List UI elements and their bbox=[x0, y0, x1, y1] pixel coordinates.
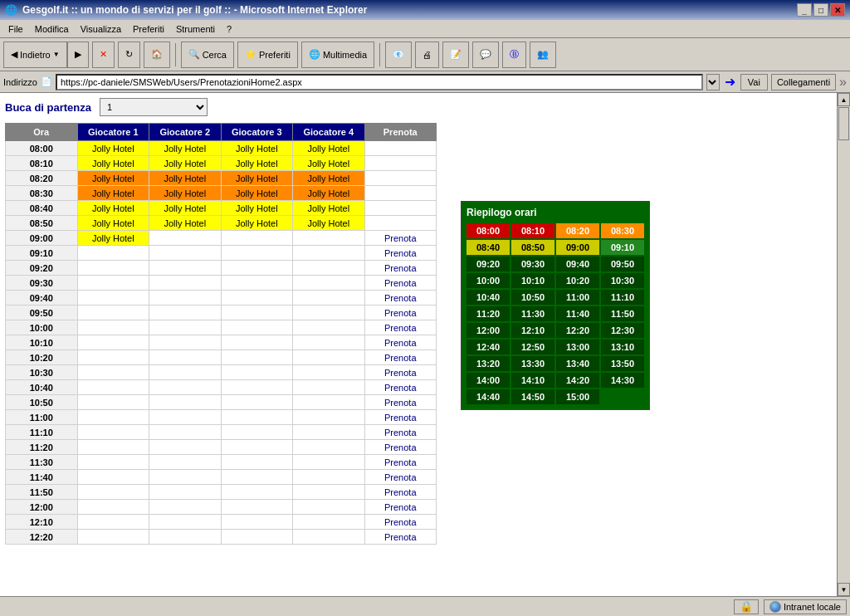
cell-player bbox=[293, 455, 365, 470]
ie-logo bbox=[769, 601, 781, 613]
cell-player bbox=[77, 276, 149, 291]
edit-button[interactable]: 📝 bbox=[442, 42, 469, 68]
cell-ora: 09:30 bbox=[6, 276, 78, 291]
cell-prenota[interactable]: Prenota bbox=[364, 380, 437, 395]
discuss-button[interactable]: 💬 bbox=[472, 42, 499, 68]
scroll-thumb[interactable] bbox=[838, 107, 849, 140]
multimedia-button[interactable]: 🌐 Multimedia bbox=[301, 42, 374, 68]
search-icon: 🔍 bbox=[188, 49, 200, 60]
cell-prenota[interactable]: Prenota bbox=[364, 276, 437, 291]
riepilogo-cell: 08:00 bbox=[467, 223, 510, 238]
cell-prenota[interactable]: Prenota bbox=[364, 410, 437, 425]
scroll-up-button[interactable]: ▲ bbox=[838, 93, 850, 106]
cell-player bbox=[221, 320, 293, 335]
address-input[interactable] bbox=[56, 74, 703, 90]
menu-strumenti[interactable]: Strumenti bbox=[171, 22, 220, 36]
minimize-button[interactable]: _ bbox=[797, 3, 812, 17]
cell-prenota[interactable]: Prenota bbox=[364, 515, 437, 530]
cell-player: Jolly Hotel bbox=[221, 216, 293, 231]
buca-partenza-label: Buca di partenza bbox=[5, 101, 91, 114]
menu-modifica[interactable]: Modifica bbox=[30, 22, 74, 36]
forward-button[interactable]: ▶ bbox=[67, 42, 89, 68]
cell-prenota[interactable]: Prenota bbox=[364, 395, 437, 410]
print-button[interactable]: 🖨 bbox=[415, 42, 439, 68]
cell-prenota[interactable]: Prenota bbox=[364, 261, 437, 276]
cell-prenota[interactable]: Prenota bbox=[364, 455, 437, 470]
riepilogo-cell: 11:40 bbox=[556, 306, 599, 321]
page-header: Buca di partenza 1 2 3 bbox=[5, 98, 832, 116]
close-button[interactable]: ✕ bbox=[830, 3, 845, 17]
table-row: 08:30Jolly HotelJolly HotelJolly HotelJo… bbox=[6, 186, 437, 201]
cell-prenota[interactable]: Prenota bbox=[364, 485, 437, 500]
header-g4: Giocatore 4 bbox=[293, 124, 365, 141]
cell-player: Jolly Hotel bbox=[221, 156, 293, 171]
bluetooth-button[interactable]: Ⓑ bbox=[502, 42, 526, 68]
back-button[interactable]: ◀ Indietro ▼ bbox=[3, 42, 67, 68]
menu-visualizza[interactable]: Visualizza bbox=[76, 22, 126, 36]
menu-preferiti[interactable]: Preferiti bbox=[128, 22, 169, 36]
riepilogo-cell: 08:30 bbox=[601, 223, 644, 238]
cell-ora: 11:10 bbox=[6, 425, 78, 440]
stop-button[interactable]: ✕ bbox=[92, 42, 115, 68]
zone-status: Intranet locale bbox=[764, 599, 847, 614]
cell-prenota[interactable]: Prenota bbox=[364, 500, 437, 515]
riepilogo-cell: 13:30 bbox=[511, 356, 554, 371]
cell-player: Jolly Hotel bbox=[149, 156, 222, 171]
links-button[interactable]: Collegamenti bbox=[771, 74, 836, 90]
cell-player bbox=[77, 500, 149, 515]
buca-select[interactable]: 1 2 3 bbox=[100, 98, 208, 116]
cell-prenota[interactable]: Prenota bbox=[364, 470, 437, 485]
cell-prenota bbox=[364, 141, 437, 156]
table-row: 11:00Prenota bbox=[6, 410, 437, 425]
cell-prenota[interactable]: Prenota bbox=[364, 246, 437, 261]
riepilogo-cell: 14:00 bbox=[467, 373, 510, 388]
cell-prenota[interactable]: Prenota bbox=[364, 440, 437, 455]
cell-prenota[interactable]: Prenota bbox=[364, 306, 437, 320]
menu-help[interactable]: ? bbox=[222, 22, 237, 36]
cell-player bbox=[149, 320, 222, 335]
booking-table: Ora Giocatore 1 Giocatore 2 Giocatore 3 … bbox=[5, 123, 437, 545]
home-button[interactable]: 🏠 bbox=[144, 42, 170, 68]
cell-player bbox=[149, 231, 222, 246]
cell-prenota[interactable]: Prenota bbox=[364, 231, 437, 246]
riepilogo-cell: 11:30 bbox=[511, 306, 554, 321]
cell-player bbox=[293, 276, 365, 291]
maximize-button[interactable]: □ bbox=[813, 3, 828, 17]
table-row: 08:40Jolly HotelJolly HotelJolly HotelJo… bbox=[6, 201, 437, 216]
cell-player bbox=[77, 515, 149, 530]
go-button[interactable]: Vai bbox=[740, 74, 768, 90]
refresh-button[interactable]: ↻ bbox=[118, 42, 140, 68]
riepilogo-cell: 12:20 bbox=[556, 323, 599, 338]
cell-prenota[interactable]: Prenota bbox=[364, 530, 437, 545]
search-button[interactable]: 🔍 Cerca bbox=[181, 42, 234, 68]
address-dropdown[interactable] bbox=[706, 74, 720, 90]
riepilogo-cell: 12:00 bbox=[467, 323, 510, 338]
cell-prenota[interactable]: Prenota bbox=[364, 335, 437, 350]
riepilogo-cell: 10:40 bbox=[467, 290, 510, 305]
cell-player bbox=[149, 380, 222, 395]
cell-prenota[interactable]: Prenota bbox=[364, 365, 437, 380]
cell-player bbox=[149, 530, 222, 545]
cell-player bbox=[149, 365, 222, 380]
cell-player: Jolly Hotel bbox=[149, 186, 222, 201]
favorites-button[interactable]: ⭐ Preferiti bbox=[237, 42, 298, 68]
cell-prenota[interactable]: Prenota bbox=[364, 425, 437, 440]
header-g2: Giocatore 2 bbox=[149, 124, 222, 141]
riepilogo-panel: Riepilogo orari 08:0008:1008:2008:3008:4… bbox=[461, 201, 650, 410]
cell-prenota[interactable]: Prenota bbox=[364, 291, 437, 306]
forward-arrow-icon: ▶ bbox=[75, 49, 81, 60]
cell-player bbox=[293, 380, 365, 395]
mail-button[interactable]: 📧 bbox=[385, 42, 412, 68]
vertical-scrollbar[interactable]: ▲ ▼ bbox=[837, 93, 850, 596]
menu-file[interactable]: File bbox=[3, 22, 28, 36]
cell-ora: 08:50 bbox=[6, 216, 78, 231]
cell-player: Jolly Hotel bbox=[77, 171, 149, 186]
cell-prenota[interactable]: Prenota bbox=[364, 320, 437, 335]
users-button[interactable]: 👥 bbox=[530, 42, 556, 68]
cell-player bbox=[293, 440, 365, 455]
cell-prenota[interactable]: Prenota bbox=[364, 350, 437, 365]
multimedia-icon: 🌐 bbox=[309, 49, 320, 60]
riepilogo-cell: 12:50 bbox=[511, 340, 554, 354]
cell-player bbox=[77, 380, 149, 395]
scroll-down-button[interactable]: ▼ bbox=[838, 583, 850, 596]
